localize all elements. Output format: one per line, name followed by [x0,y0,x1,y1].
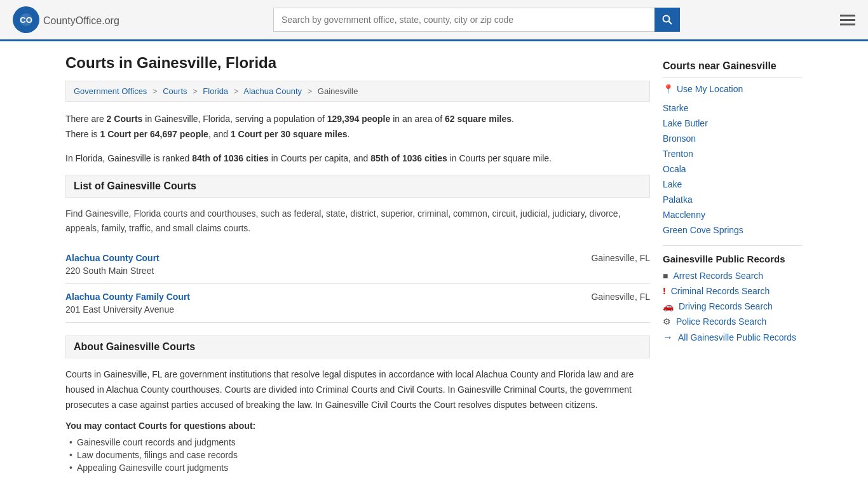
logo-icon: CO [13,6,39,33]
arrest-records-icon: ■ [663,271,668,281]
nearby-trenton[interactable]: Trenton [663,146,803,161]
per-sqmile: 1 Court per 30 square miles [231,129,348,139]
arrest-records-item: ■ Arrest Records Search [663,271,803,281]
nearby-lake[interactable]: Lake [663,177,803,192]
sidebar: Courts near Gainesville 📍 Use My Locatio… [663,54,803,474]
content-area: Courts in Gainesville, Florida Governmen… [65,54,650,474]
breadcrumb-gainesville: Gainesville [318,86,358,96]
criminal-records-icon: ! [663,286,666,296]
court-address-2: 201 East University Avenue [65,304,650,315]
per-people: 1 Court per 64,697 people [100,129,208,139]
breadcrumb-florida[interactable]: Florida [203,86,228,96]
court-name-2[interactable]: Alachua County Family Court [65,292,190,302]
driving-records-icon: 🚗 [663,301,674,311]
list-description: Find Gainesville, Florida courts and cou… [65,207,650,235]
nearby-ocala[interactable]: Ocala [663,161,803,177]
police-records-link[interactable]: Police Records Search [676,316,766,327]
court-city-2: Gainesville, FL [591,292,650,302]
driving-records-link[interactable]: Driving Records Search [679,301,773,311]
all-records-link[interactable]: All Gainesville Public Records [678,332,796,342]
arrow-icon: → [663,332,673,343]
logo-name: CountyOffice [43,15,102,26]
public-records-section: Gainesville Public Records ■ Arrest Reco… [663,254,803,343]
location-pin-icon: 📍 [663,84,674,94]
logo-area: CO CountyOffice.org [13,6,119,33]
use-my-location-link[interactable]: 📍 Use My Location [663,84,803,94]
contact-heading: You may contact Courts for questions abo… [65,421,650,431]
rank-paragraph: In Florida, Gainesville is ranked 84th o… [65,151,650,166]
arrest-records-link[interactable]: Arrest Records Search [673,271,763,281]
about-description: Courts in Gainesville, FL are government… [65,367,650,412]
police-records-item: ⚙ Police Records Search [663,316,803,327]
stats-paragraph: There are 2 Courts in Gainesville, Flori… [65,112,650,142]
criminal-records-link[interactable]: Criminal Records Search [671,286,770,296]
nearby-starke[interactable]: Starke [663,100,803,116]
contact-list: Gainesville court records and judgments … [65,436,650,474]
site-header: CO CountyOffice.org [0,0,868,41]
breadcrumb: Government Offices > Courts > Florida > … [65,81,650,102]
svg-text:CO: CO [20,15,32,25]
svg-point-3 [663,16,669,22]
police-records-icon: ⚙ [663,316,671,327]
court-item-1: Alachua County Court Gainesville, FL 220… [65,245,650,284]
main-wrapper: Courts in Gainesville, Florida Governmen… [53,41,815,487]
about-section-header: About Gainesville Courts [65,336,650,358]
nearby-macclenny[interactable]: Macclenny [663,207,803,222]
breadcrumb-alachua[interactable]: Alachua County [243,86,302,96]
court-city-1: Gainesville, FL [591,253,650,263]
population: 129,394 people [327,114,391,124]
breadcrumb-courts[interactable]: Courts [163,86,187,96]
svg-line-4 [668,22,672,25]
search-area [273,8,680,32]
rank-sqmile: 85th of 1036 cities [370,153,447,163]
contact-item-3: Appealing Gainesville court judgments [68,461,650,474]
search-button[interactable] [654,8,680,32]
courts-count: 2 Courts [107,114,143,124]
area: 62 square miles [445,114,512,124]
court-address-1: 220 South Main Street [65,266,650,276]
logo-suffix: .org [102,15,119,26]
stats-mid: in Gainesville, Florida, serving a popul… [142,114,327,124]
criminal-records-item: ! Criminal Records Search [663,286,803,296]
breadcrumb-gov-offices[interactable]: Government Offices [74,86,147,96]
logo-text: CountyOffice.org [43,13,119,27]
list-section-header: List of Gainesville Courts [65,175,650,198]
nearby-lake-butler[interactable]: Lake Butler [663,116,803,131]
use-my-location-label: Use My Location [677,84,743,94]
sidebar-divider [663,245,803,246]
rank-capita: 84th of 1036 cities [192,153,269,163]
court-item-2: Alachua County Family Court Gainesville,… [65,284,650,323]
all-records-item: → All Gainesville Public Records [663,332,803,343]
nearby-palatka[interactable]: Palatka [663,192,803,207]
courts-near-title: Courts near Gainesville [663,54,803,78]
nearby-bronson[interactable]: Bronson [663,131,803,146]
nearby-green-cove-springs[interactable]: Green Cove Springs [663,222,803,238]
stats-pre: There are [65,114,107,124]
contact-item-2: Law documents, filings and case records [68,449,650,461]
driving-records-item: 🚗 Driving Records Search [663,301,803,311]
search-icon [662,15,672,25]
hamburger-menu[interactable] [840,15,855,25]
search-input[interactable] [273,8,654,32]
contact-item-1: Gainesville court records and judgments [68,436,650,449]
public-records-title: Gainesville Public Records [663,254,803,264]
page-title: Courts in Gainesville, Florida [65,54,650,72]
court-name-1[interactable]: Alachua County Court [65,253,159,263]
